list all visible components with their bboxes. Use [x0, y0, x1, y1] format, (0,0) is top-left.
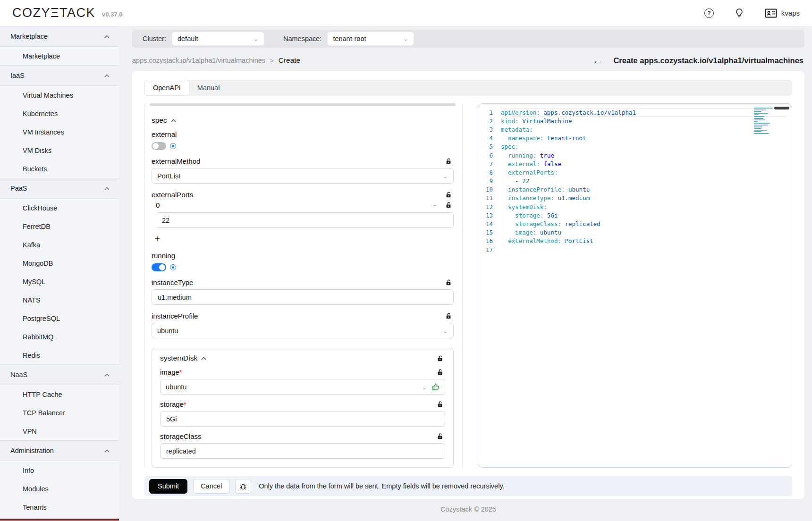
sidebar-item-buckets[interactable]: Buckets [0, 160, 119, 178]
code-line: 8 externalPorts: [478, 168, 792, 176]
line-number: 1 [478, 109, 501, 116]
required-marker: * [184, 400, 186, 408]
cancel-button[interactable]: Cancel [193, 479, 229, 494]
sidebar-item-http-cache[interactable]: HTTP Cache [0, 385, 119, 403]
storage-input[interactable] [160, 411, 445, 427]
unlock-icon[interactable] [445, 202, 452, 209]
namespace-select[interactable]: tenant-root ⌄ [327, 32, 414, 46]
unlock-icon[interactable] [437, 355, 443, 362]
sidebar-item-postgresql[interactable]: PostgreSQL [0, 309, 119, 328]
code-line: 16 externalMethod: PortList [478, 237, 792, 245]
footer-text: Cozystack © 2025 [132, 505, 804, 513]
user-menu[interactable]: kvaps [765, 8, 800, 18]
breadcrumb: apps.cozystack.io/v1alpha1/virtualmachin… [132, 55, 804, 66]
line-number: 5 [478, 143, 501, 150]
sidebar-item-tenants[interactable]: Tenants [0, 498, 119, 516]
image-value: ubuntu [166, 383, 186, 391]
sidebar-item-mongodb[interactable]: MongoDB [0, 254, 119, 272]
line-number: 10 [478, 186, 501, 193]
editor-minimap[interactable] [754, 108, 780, 134]
form-scrollbar[interactable] [150, 103, 456, 106]
unlock-icon[interactable] [437, 401, 443, 408]
unlock-icon[interactable] [445, 191, 452, 198]
unlock-icon[interactable] [445, 279, 452, 286]
chevron-up-icon [104, 373, 110, 377]
externalPorts-label: externalPorts [152, 191, 193, 199]
sidebar-section-marketplace[interactable]: Marketplace [0, 26, 119, 47]
chevron-up-icon [104, 449, 110, 453]
instanceProfile-select[interactable]: ubuntu ⌄ [152, 323, 454, 338]
sidebar-section-naas[interactable]: NaaS [0, 364, 119, 385]
code-line: 17 [478, 245, 792, 254]
app-logo[interactable]: COZYΞTACK [12, 6, 95, 20]
line-number: 16 [478, 237, 501, 244]
field-anchor-icon [170, 264, 176, 270]
sidebar-section-iaas[interactable]: IaaS [0, 65, 119, 86]
chevron-up-icon [104, 35, 110, 38]
external-toggle[interactable] [152, 142, 166, 150]
cluster-select[interactable]: default ⌄ [172, 32, 264, 46]
sidebar-item-mysql[interactable]: MySQL [0, 272, 119, 291]
required-marker: * [179, 368, 182, 376]
breadcrumb-current: Create [279, 56, 301, 65]
sidebar-item-vm-disks[interactable]: VM Disks [0, 141, 119, 160]
remove-item-button[interactable]: − [432, 201, 438, 210]
externalMethod-select[interactable]: PortList ⌄ [152, 168, 454, 184]
line-number: 7 [478, 160, 501, 168]
sidebar-section-administration[interactable]: Administration [0, 440, 119, 461]
sidebar-item-vm-instances[interactable]: VM Instances [0, 123, 119, 141]
breadcrumb-separator: > [270, 57, 274, 64]
sidebar-item-modules[interactable]: Modules [0, 479, 119, 498]
code-line: 5spec: [478, 143, 792, 151]
systemDisk-section-toggle[interactable]: systemDisk [160, 354, 206, 362]
code-line: 11 instanceType: u1.medium [478, 194, 792, 202]
sidebar-item-info[interactable]: Info [0, 461, 119, 479]
line-number: 12 [478, 203, 501, 210]
image-select[interactable]: ubuntu ⌄ [160, 379, 445, 395]
sidebar-item-marketplace[interactable]: Marketplace [0, 47, 119, 65]
line-number: 13 [478, 212, 501, 219]
sidebar-item-nats[interactable]: NATS [0, 291, 119, 309]
storage-label: storage [160, 400, 184, 408]
running-toggle[interactable] [152, 263, 166, 271]
back-arrow-icon[interactable]: ← [592, 55, 603, 66]
tab-manual[interactable]: Manual [189, 80, 228, 96]
tab-openapi[interactable]: OpenAPI [144, 80, 189, 96]
spec-section-toggle[interactable]: spec [152, 116, 454, 125]
instanceType-input[interactable] [152, 289, 454, 305]
breadcrumb-path[interactable]: apps.cozystack.io/v1alpha1/virtualmachin… [132, 57, 265, 64]
externalPorts-item-input[interactable] [156, 212, 454, 228]
submit-button[interactable]: Submit [149, 479, 187, 494]
unlock-icon[interactable] [437, 369, 443, 376]
externalPorts-item-0: 0 − [156, 201, 454, 228]
unlock-icon[interactable] [445, 158, 452, 165]
running-label: running [152, 252, 175, 260]
yaml-editor[interactable]: 1apiVersion: apps.cozystack.io/v1alpha12… [478, 103, 792, 468]
help-icon[interactable]: ? [704, 8, 714, 18]
sidebar-section-paas[interactable]: PaaS [0, 178, 119, 199]
add-item-button[interactable]: + [154, 234, 160, 244]
sidebar-item-rabbitmq[interactable]: RabbitMQ [0, 328, 119, 346]
sidebar-item-kafka[interactable]: Kafka [0, 235, 119, 254]
sidebar-item-vpn[interactable]: VPN [0, 422, 119, 440]
lightbulb-icon[interactable] [735, 8, 744, 18]
username: kvaps [781, 9, 800, 17]
editor-scrollbar-thumb[interactable] [774, 107, 789, 109]
debug-button[interactable] [235, 479, 251, 494]
unlock-icon[interactable] [445, 312, 452, 319]
code-line: 6 running: true [478, 151, 792, 160]
sidebar-item-ferretdb[interactable]: FerretDB [0, 217, 119, 235]
sidebar-item-clickhouse[interactable]: ClickHouse [0, 199, 119, 217]
line-number: 9 [478, 177, 501, 185]
sidebar-item-tcp-balancer[interactable]: TCP Balancer [0, 403, 119, 422]
unlock-icon[interactable] [437, 433, 443, 440]
bug-icon [239, 482, 247, 490]
sidebar-section-label: IaaS [10, 72, 25, 79]
sidebar-item-redis[interactable]: Redis [0, 346, 119, 364]
sidebar-item-kubernetes[interactable]: Kubernetes [0, 104, 119, 123]
storageClass-input[interactable] [160, 443, 445, 459]
line-number: 14 [478, 220, 501, 227]
thumbs-up-icon[interactable] [432, 383, 440, 391]
sidebar-item-virtual-machines[interactable]: Virtual Machines [0, 86, 119, 104]
form-hint: Only the data from the form will be sent… [259, 482, 504, 490]
